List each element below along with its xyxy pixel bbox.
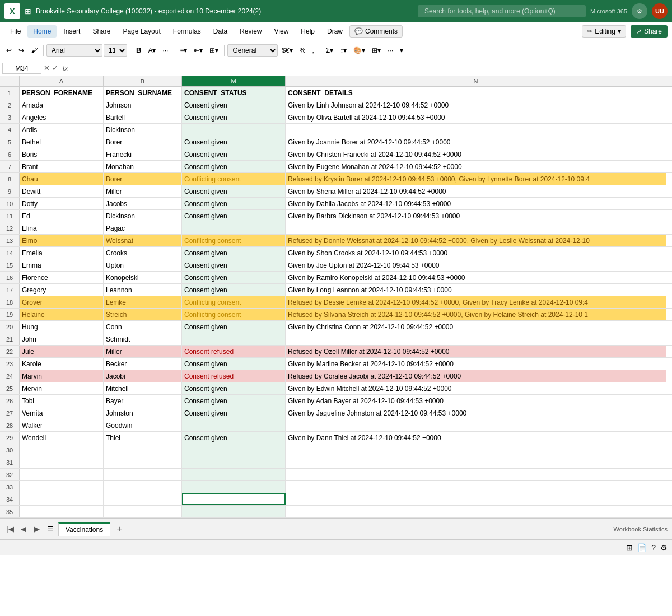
- cell-n[interactable]: Given by Marline Becker at 2024-12-10 09…: [286, 358, 666, 370]
- undo-button[interactable]: ↩: [3, 45, 15, 56]
- cell-m[interactable]: Consent given: [182, 432, 286, 444]
- menu-formulas[interactable]: Formulas: [167, 25, 207, 38]
- cell-m[interactable]: [182, 506, 286, 517]
- cell-n[interactable]: Given by Dahlia Jacobs at 2024-12-10 09:…: [286, 198, 666, 209]
- cell-n[interactable]: Refused by Donnie Weissnat at 2024-12-10…: [286, 235, 666, 246]
- editing-button[interactable]: ✏ Editing ▾: [582, 25, 626, 38]
- cell-m[interactable]: Consent given: [182, 185, 286, 197]
- help-icon[interactable]: ?: [651, 543, 656, 552]
- cell-a[interactable]: Helaine: [20, 309, 104, 320]
- cell-b[interactable]: [104, 493, 182, 505]
- cell-a[interactable]: [20, 469, 104, 480]
- cell-n[interactable]: Refused by Ozell Miller at 2024-12-10 09…: [286, 346, 666, 357]
- cell-m[interactable]: Consent given: [182, 382, 286, 394]
- cell-n[interactable]: Given by Oliva Bartell at 2024-12-10 09:…: [286, 111, 666, 123]
- cell-n[interactable]: Given by Barbra Dickinson at 2024-12-10 …: [286, 210, 666, 222]
- cell-n[interactable]: [286, 222, 666, 234]
- cell-n[interactable]: Given by Shena Miller at 2024-12-10 09:4…: [286, 185, 666, 197]
- more-button[interactable]: ···: [385, 45, 396, 56]
- cell-n[interactable]: Given by Edwin Mitchell at 2024-12-10 09…: [286, 382, 666, 394]
- cell-a[interactable]: Boris: [20, 148, 104, 160]
- cell-b[interactable]: Thiel: [104, 432, 182, 444]
- cell-m[interactable]: Consent given: [182, 247, 286, 259]
- workbook-stats-label[interactable]: Workbook Statistics: [614, 526, 668, 533]
- cell-n[interactable]: [286, 333, 666, 345]
- avatar[interactable]: UU: [652, 3, 668, 19]
- settings-status-icon[interactable]: ⚙: [660, 543, 668, 552]
- cell-a[interactable]: Hung: [20, 321, 104, 333]
- cell-b[interactable]: Johnson: [104, 99, 182, 111]
- cell-n[interactable]: [286, 469, 666, 480]
- cell-n[interactable]: Given by Linh Johnson at 2024-12-10 09:4…: [286, 99, 666, 111]
- cell-m[interactable]: Conflicting consent: [182, 296, 286, 308]
- font-size-select[interactable]: 11: [104, 44, 127, 57]
- cell-a[interactable]: Grover: [20, 296, 104, 308]
- cell-m[interactable]: Consent given: [182, 148, 286, 160]
- cell-a[interactable]: Chau: [20, 173, 104, 185]
- cell-reference-input[interactable]: [2, 63, 41, 74]
- cell-a[interactable]: Elina: [20, 222, 104, 234]
- cell-b[interactable]: [104, 469, 182, 480]
- cell-b[interactable]: Bayer: [104, 395, 182, 407]
- grid-icon[interactable]: ⊞: [25, 7, 31, 16]
- sum-button[interactable]: Σ▾: [323, 45, 336, 56]
- cell-n[interactable]: Given by Long Leannon at 2024-12-10 09:4…: [286, 284, 666, 296]
- cell-b[interactable]: Leannon: [104, 284, 182, 296]
- cell-n[interactable]: Given by Jaqueline Johnston at 2024-12-1…: [286, 407, 666, 419]
- cell-a[interactable]: Walker: [20, 419, 104, 431]
- cell-a[interactable]: Gregory: [20, 284, 104, 296]
- cell-b[interactable]: Pagac: [104, 222, 182, 234]
- cell-b[interactable]: [104, 506, 182, 517]
- redo-button[interactable]: ↪: [16, 45, 27, 56]
- cell-n[interactable]: Refused by Krystin Borer at 2024-12-10 0…: [286, 173, 666, 185]
- cell-m[interactable]: Consent given: [182, 161, 286, 172]
- cell-m[interactable]: [182, 493, 286, 505]
- x-icon[interactable]: ✕: [44, 64, 50, 72]
- cell-m[interactable]: Consent given: [182, 284, 286, 296]
- cell-n[interactable]: Given by Ramiro Konopelski at 2024-12-10…: [286, 272, 666, 283]
- menu-view[interactable]: View: [269, 25, 295, 38]
- number-format-select[interactable]: General: [227, 44, 278, 57]
- tab-list-button[interactable]: ☰: [45, 524, 56, 535]
- cell-b[interactable]: Borer: [104, 173, 182, 185]
- cell-b[interactable]: PERSON_SURNAME: [104, 87, 182, 99]
- cell-n[interactable]: Given by Christen Franecki at 2024-12-10…: [286, 148, 666, 160]
- settings-icon[interactable]: ⚙: [632, 3, 647, 19]
- cell-n[interactable]: [286, 124, 666, 136]
- cond-format-button[interactable]: 🎨▾: [351, 45, 368, 56]
- cell-a[interactable]: Elmo: [20, 235, 104, 246]
- menu-file[interactable]: File: [4, 25, 26, 38]
- cell-a[interactable]: Emma: [20, 259, 104, 271]
- comments-button[interactable]: 💬 Comments: [349, 25, 403, 38]
- cell-n[interactable]: Given by Joe Upton at 2024-12-10 09:44:5…: [286, 259, 666, 271]
- cell-m[interactable]: Conflicting consent: [182, 235, 286, 246]
- currency-button[interactable]: $€▾: [279, 45, 295, 56]
- view-normal-icon[interactable]: ⊞: [626, 543, 633, 552]
- cell-n[interactable]: CONSENT_DETAILS: [286, 87, 666, 99]
- menu-review[interactable]: Review: [234, 25, 267, 38]
- cell-b[interactable]: Monahan: [104, 161, 182, 172]
- percent-button[interactable]: %: [297, 45, 309, 56]
- cell-m[interactable]: Consent given: [182, 210, 286, 222]
- cell-a[interactable]: [20, 456, 104, 468]
- cell-b[interactable]: Mitchell: [104, 382, 182, 394]
- cell-b[interactable]: [104, 456, 182, 468]
- cell-b[interactable]: Goodwin: [104, 419, 182, 431]
- view-page-icon[interactable]: 📄: [637, 543, 647, 552]
- cell-a[interactable]: Amada: [20, 99, 104, 111]
- col-header-a[interactable]: A: [20, 76, 104, 86]
- font-family-select[interactable]: Arial: [46, 44, 102, 57]
- cell-b[interactable]: Dickinson: [104, 210, 182, 222]
- cell-a[interactable]: Tobi: [20, 395, 104, 407]
- cell-a[interactable]: Dewitt: [20, 185, 104, 197]
- cell-m[interactable]: Consent given: [182, 272, 286, 283]
- menu-draw[interactable]: Draw: [321, 25, 348, 38]
- cell-a[interactable]: Florence: [20, 272, 104, 283]
- cell-a[interactable]: Ardis: [20, 124, 104, 136]
- cell-n[interactable]: Given by Eugene Monahan at 2024-12-10 09…: [286, 161, 666, 172]
- cell-n[interactable]: [286, 419, 666, 431]
- cell-n[interactable]: Refused by Coralee Jacobi at 2024-12-10 …: [286, 370, 666, 382]
- cell-n[interactable]: Given by Dann Thiel at 2024-12-10 09:44:…: [286, 432, 666, 444]
- bold-button[interactable]: B: [133, 44, 144, 56]
- cell-n[interactable]: Refused by Silvana Streich at 2024-12-10…: [286, 309, 666, 320]
